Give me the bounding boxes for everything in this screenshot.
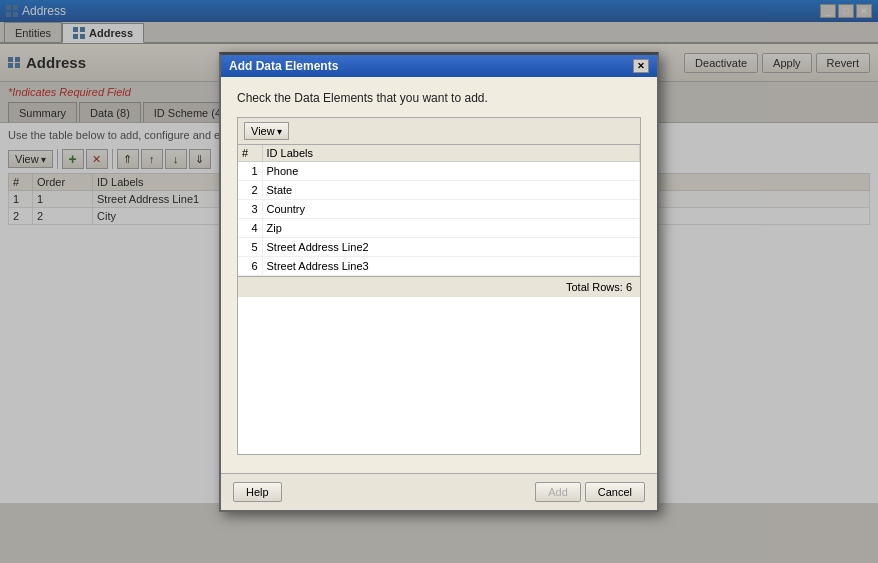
modal-title-bar: Add Data Elements ✕ — [221, 55, 657, 77]
modal-help-button[interactable]: Help — [233, 482, 282, 502]
modal-cell-num: 1 — [238, 161, 262, 180]
modal-cell-num: 6 — [238, 256, 262, 275]
modal-table-row[interactable]: 4Zip — [238, 218, 640, 237]
modal-body: Check the Data Elements that you want to… — [221, 77, 657, 473]
modal-cell-label: Phone — [262, 161, 640, 180]
modal-footer: Help Add Cancel — [221, 473, 657, 510]
modal-table-row[interactable]: 3Country — [238, 199, 640, 218]
modal-table-row[interactable]: 6Street Address Line3 — [238, 256, 640, 275]
modal-title: Add Data Elements — [229, 59, 338, 73]
modal-cell-num: 2 — [238, 180, 262, 199]
modal-cell-label: Street Address Line3 — [262, 256, 640, 275]
modal-cancel-button[interactable]: Cancel — [585, 482, 645, 502]
modal-col-id-labels: ID Labels — [262, 145, 640, 162]
modal-add-button[interactable]: Add — [535, 482, 581, 502]
modal-view-caret-icon — [277, 125, 282, 137]
modal-view-dropdown-button[interactable]: View — [244, 122, 289, 140]
modal-close-button[interactable]: ✕ — [633, 59, 649, 73]
modal-total-rows: Total Rows: 6 — [238, 276, 640, 297]
modal-col-num: # — [238, 145, 262, 162]
modal-data-table: # ID Labels 1Phone2State3Country4Zip5Str… — [238, 145, 640, 276]
modal-table-row[interactable]: 2State — [238, 180, 640, 199]
modal-cell-num: 5 — [238, 237, 262, 256]
modal-cell-label: State — [262, 180, 640, 199]
modal-cell-label: Street Address Line2 — [262, 237, 640, 256]
modal-overlay: Add Data Elements ✕ Check the Data Eleme… — [0, 0, 878, 563]
modal-cell-label: Country — [262, 199, 640, 218]
modal-table-area: View # ID Labels 1Phone2S — [237, 117, 641, 455]
modal-cell-num: 3 — [238, 199, 262, 218]
modal-table-row[interactable]: 5Street Address Line2 — [238, 237, 640, 256]
modal-table-toolbar: View — [238, 118, 640, 145]
modal-description: Check the Data Elements that you want to… — [237, 91, 641, 105]
modal-table-row[interactable]: 1Phone — [238, 161, 640, 180]
modal-cell-num: 4 — [238, 218, 262, 237]
add-data-elements-modal: Add Data Elements ✕ Check the Data Eleme… — [219, 52, 659, 512]
modal-cell-label: Zip — [262, 218, 640, 237]
